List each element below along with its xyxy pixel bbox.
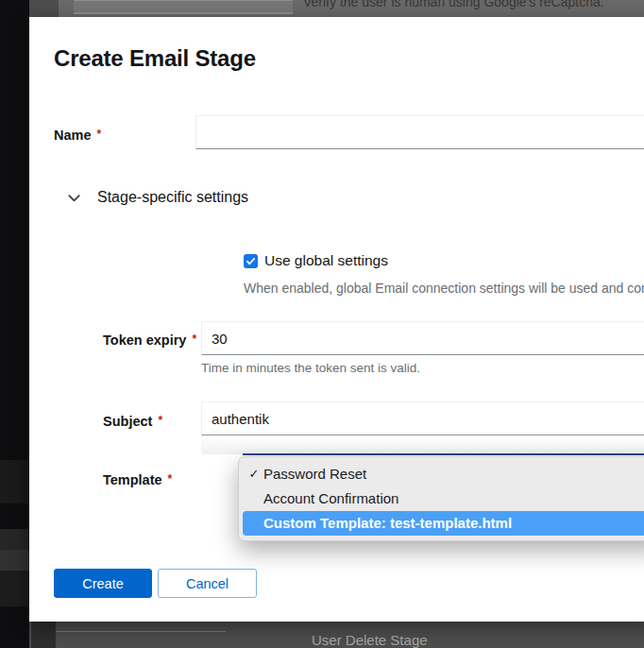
name-input[interactable] [195,115,644,149]
dimmed-description-text: Verify the user is human using Google's … [303,0,604,9]
template-select[interactable] [201,435,644,454]
create-button[interactable]: Create [54,569,152,598]
dimmed-page-bottom: User Delete Stage [29,622,644,648]
dimmed-background-button [74,0,293,14]
required-marker: * [158,414,162,427]
sidebar-item-shadow [0,460,29,503]
use-global-settings-label[interactable]: Use global settings [264,252,388,269]
template-label: Template* [103,472,172,487]
sidebar-item-shadow [0,571,29,606]
subject-label: Subject* [103,414,162,429]
token-expiry-help: Time in minutes the token sent is valid. [201,361,420,375]
dimmed-page-top: Verify the user is human using Google's … [29,0,644,17]
template-select-focus-border [243,453,644,455]
subject-input[interactable] [201,401,644,435]
dropdown-option-account-confirmation[interactable]: Account Confirmation [243,486,644,511]
create-email-stage-modal: Create Email Stage Name* Stage-specific … [29,17,644,622]
modal-title: Create Email Stage [54,45,256,72]
screen: Verify the user is human using Google's … [0,0,644,648]
required-marker: * [97,128,102,141]
app-sidebar [0,0,29,648]
check-icon [246,256,256,266]
use-global-settings-row: Use global settings [244,252,388,269]
template-dropdown-menu: ✓ Password Reset Account Confirmation Cu… [238,456,644,541]
sidebar-item-shadow [0,529,29,550]
use-global-settings-checkbox[interactable] [244,254,258,268]
name-label: Name* [54,128,101,143]
stage-settings-toggle[interactable]: Stage-specific settings [67,185,248,210]
dimmed-sidebar-edge [31,622,56,648]
required-marker: * [168,472,173,486]
chevron-down-icon [67,191,81,205]
dropdown-option-password-reset[interactable]: ✓ Password Reset [243,462,644,486]
token-expiry-input[interactable] [201,321,644,355]
stage-settings-label: Stage-specific settings [97,189,248,206]
sidebar-item-shadow [0,550,29,571]
required-marker: * [192,333,196,346]
token-expiry-label: Token expiry* [103,333,196,348]
cancel-button[interactable]: Cancel [158,569,257,598]
selected-check-icon: ✓ [246,462,262,486]
dimmed-table-border [56,631,226,632]
use-global-settings-help: When enabled, global Email connection se… [244,281,644,296]
dropdown-option-custom-template[interactable]: Custom Template: test-template.html [243,511,644,536]
dimmed-row-text: User Delete Stage [312,632,428,648]
